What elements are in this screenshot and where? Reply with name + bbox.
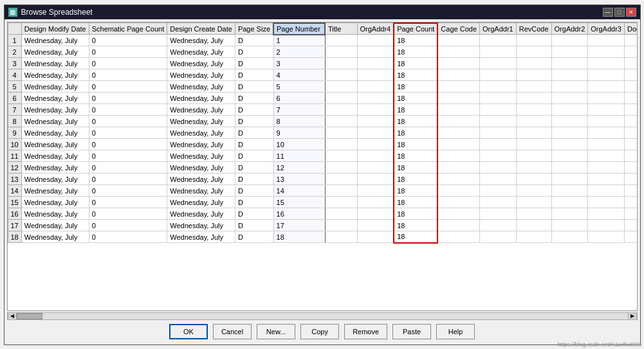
cell-org_addr2[interactable] <box>551 127 588 139</box>
cell-org_addr1[interactable] <box>480 174 517 185</box>
cell-doc[interactable] <box>624 127 637 139</box>
cell-title[interactable] <box>325 46 357 58</box>
scrollbar-track[interactable] <box>17 313 628 319</box>
cell-org_addr1[interactable] <box>480 69 517 81</box>
cell-design_modify_date[interactable]: Wednesday, July <box>21 69 89 81</box>
cell-page_count[interactable]: 18 <box>394 220 437 231</box>
minimize-button[interactable]: — <box>603 8 613 17</box>
spreadsheet-table-container[interactable]: Design Modify Date Schematic Page Count … <box>7 22 638 311</box>
cell-design_create_date[interactable]: Wednesday, July <box>167 104 235 116</box>
cell-doc[interactable] <box>624 35 637 46</box>
cell-title[interactable] <box>325 208 357 220</box>
cell-page_number[interactable]: 3 <box>273 58 325 69</box>
copy-button[interactable]: Copy <box>300 324 339 339</box>
cell-org_addr4[interactable] <box>357 185 394 197</box>
cell-page_number[interactable]: 10 <box>273 139 325 150</box>
cell-page_count[interactable]: 18 <box>394 69 437 81</box>
cell-rev_code[interactable] <box>516 231 551 243</box>
cell-title[interactable] <box>325 185 357 197</box>
cell-org_addr2[interactable] <box>551 58 588 69</box>
cell-title[interactable] <box>325 35 357 46</box>
cell-page_count[interactable]: 18 <box>394 139 437 150</box>
cell-cage_code[interactable] <box>437 116 479 127</box>
cell-page_count[interactable]: 18 <box>394 46 437 58</box>
remove-button[interactable]: Remove <box>344 324 387 339</box>
cell-design_create_date[interactable]: Wednesday, July <box>167 197 235 208</box>
table-row[interactable]: 2Wednesday, July0Wednesday, JulyD218 <box>8 46 638 58</box>
cell-page_size[interactable]: D <box>235 35 273 46</box>
cell-page_number[interactable]: 7 <box>273 104 325 116</box>
cell-design_modify_date[interactable]: Wednesday, July <box>21 197 89 208</box>
cell-page_count[interactable]: 18 <box>394 81 437 93</box>
cell-org_addr2[interactable] <box>551 35 588 46</box>
cell-org_addr1[interactable] <box>480 185 517 197</box>
table-row[interactable]: 7Wednesday, July0Wednesday, JulyD718 <box>8 104 638 116</box>
cell-page_size[interactable]: D <box>235 220 273 231</box>
cell-page_size[interactable]: D <box>235 58 273 69</box>
col-header-doc[interactable]: Doc <box>624 23 637 35</box>
cell-rev_code[interactable] <box>516 116 551 127</box>
cell-org_addr2[interactable] <box>551 150 588 162</box>
cell-page_size[interactable]: D <box>235 150 273 162</box>
cell-schematic_page_count[interactable]: 0 <box>89 104 167 116</box>
cell-schematic_page_count[interactable]: 0 <box>89 139 167 150</box>
cell-page_number[interactable]: 14 <box>273 185 325 197</box>
cell-schematic_page_count[interactable]: 0 <box>89 197 167 208</box>
cell-org_addr4[interactable] <box>357 220 394 231</box>
cell-org_addr4[interactable] <box>357 127 394 139</box>
cell-page_size[interactable]: D <box>235 104 273 116</box>
cell-page_count[interactable]: 18 <box>394 162 437 174</box>
cell-org_addr1[interactable] <box>480 139 517 150</box>
cell-org_addr4[interactable] <box>357 93 394 104</box>
cell-org_addr1[interactable] <box>480 116 517 127</box>
cell-page_count[interactable]: 18 <box>394 127 437 139</box>
table-row[interactable]: 5Wednesday, July0Wednesday, JulyD518 <box>8 81 638 93</box>
cell-page_count[interactable]: 18 <box>394 104 437 116</box>
cell-design_modify_date[interactable]: Wednesday, July <box>21 220 89 231</box>
cell-org_addr2[interactable] <box>551 81 588 93</box>
cell-page_count[interactable]: 18 <box>394 197 437 208</box>
cell-page_count[interactable]: 18 <box>394 208 437 220</box>
cell-org_addr3[interactable] <box>588 185 625 197</box>
cell-design_modify_date[interactable]: Wednesday, July <box>21 58 89 69</box>
cell-page_number[interactable]: 13 <box>273 174 325 185</box>
cell-rev_code[interactable] <box>516 69 551 81</box>
cell-org_addr1[interactable] <box>480 93 517 104</box>
cell-org_addr4[interactable] <box>357 150 394 162</box>
cell-org_addr2[interactable] <box>551 197 588 208</box>
cell-schematic_page_count[interactable]: 0 <box>89 185 167 197</box>
col-header-design-modify-date[interactable]: Design Modify Date <box>21 23 89 35</box>
col-header-org-addr1[interactable]: OrgAddr1 <box>480 23 517 35</box>
cell-page_number[interactable]: 2 <box>273 46 325 58</box>
cell-org_addr3[interactable] <box>588 197 625 208</box>
help-button[interactable]: Help <box>436 324 475 339</box>
cell-org_addr1[interactable] <box>480 208 517 220</box>
cell-org_addr3[interactable] <box>588 81 625 93</box>
col-header-schematic-page-count[interactable]: Schematic Page Count <box>89 23 167 35</box>
cell-schematic_page_count[interactable]: 0 <box>89 46 167 58</box>
cell-org_addr2[interactable] <box>551 69 588 81</box>
cell-org_addr3[interactable] <box>588 174 625 185</box>
cell-org_addr3[interactable] <box>588 139 625 150</box>
cell-schematic_page_count[interactable]: 0 <box>89 116 167 127</box>
cell-design_create_date[interactable]: Wednesday, July <box>167 46 235 58</box>
cell-page_number[interactable]: 11 <box>273 150 325 162</box>
cell-org_addr2[interactable] <box>551 208 588 220</box>
cell-design_create_date[interactable]: Wednesday, July <box>167 35 235 46</box>
cell-rev_code[interactable] <box>516 220 551 231</box>
cell-org_addr3[interactable] <box>588 220 625 231</box>
cell-org_addr2[interactable] <box>551 220 588 231</box>
cell-page_number[interactable]: 1 <box>273 35 325 46</box>
cell-design_create_date[interactable]: Wednesday, July <box>167 116 235 127</box>
ok-button[interactable]: OK <box>169 324 208 339</box>
cell-rev_code[interactable] <box>516 162 551 174</box>
cell-doc[interactable] <box>624 197 637 208</box>
cell-page_size[interactable]: D <box>235 208 273 220</box>
cell-page_size[interactable]: D <box>235 174 273 185</box>
cell-org_addr1[interactable] <box>480 150 517 162</box>
cell-design_create_date[interactable]: Wednesday, July <box>167 162 235 174</box>
cell-design_modify_date[interactable]: Wednesday, July <box>21 162 89 174</box>
cell-org_addr3[interactable] <box>588 162 625 174</box>
cell-cage_code[interactable] <box>437 104 479 116</box>
cell-design_create_date[interactable]: Wednesday, July <box>167 150 235 162</box>
